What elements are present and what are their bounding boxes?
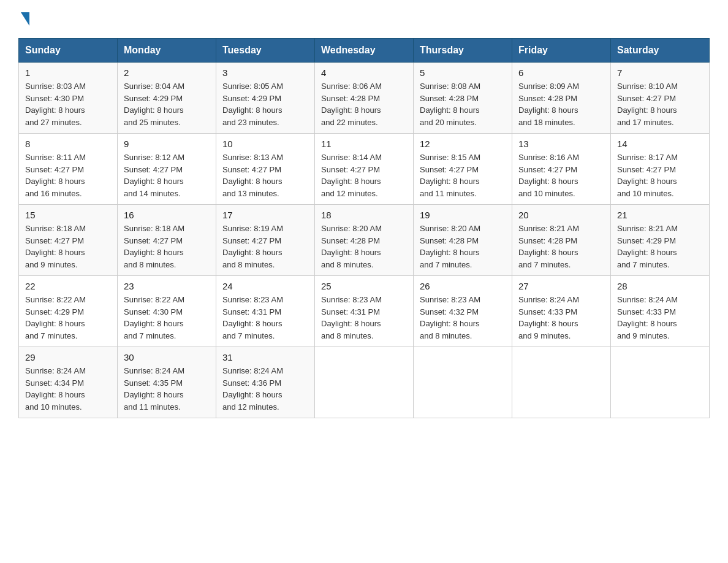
day-number: 17 (222, 210, 308, 220)
day-info: Sunrise: 8:24 AMSunset: 4:35 PMDaylight:… (124, 365, 210, 413)
calendar-cell: 19Sunrise: 8:20 AMSunset: 4:28 PMDayligh… (414, 205, 512, 276)
header-day-friday: Friday (512, 39, 611, 63)
calendar-cell: 12Sunrise: 8:15 AMSunset: 4:27 PMDayligh… (414, 134, 512, 205)
day-number: 29 (25, 352, 111, 362)
calendar-cell (315, 347, 414, 418)
header-day-wednesday: Wednesday (315, 39, 414, 63)
day-info: Sunrise: 8:05 AMSunset: 4:29 PMDaylight:… (222, 80, 308, 128)
day-number: 15 (25, 210, 111, 220)
day-number: 6 (518, 67, 604, 78)
day-info: Sunrise: 8:24 AMSunset: 4:34 PMDaylight:… (25, 365, 111, 413)
day-info: Sunrise: 8:23 AMSunset: 4:31 PMDaylight:… (222, 294, 308, 342)
calendar-cell: 9Sunrise: 8:12 AMSunset: 4:27 PMDaylight… (118, 134, 216, 205)
day-number: 18 (321, 210, 407, 220)
page-header (18, 12, 710, 27)
day-number: 31 (222, 352, 308, 362)
day-info: Sunrise: 8:03 AMSunset: 4:30 PMDaylight:… (25, 80, 111, 128)
calendar-cell: 24Sunrise: 8:23 AMSunset: 4:31 PMDayligh… (216, 276, 315, 347)
calendar-header-row: SundayMondayTuesdayWednesdayThursdayFrid… (19, 39, 710, 63)
day-info: Sunrise: 8:22 AMSunset: 4:29 PMDaylight:… (25, 294, 111, 342)
day-number: 22 (25, 281, 111, 291)
day-number: 26 (420, 281, 506, 291)
header-day-saturday: Saturday (611, 39, 710, 63)
calendar-cell: 28Sunrise: 8:24 AMSunset: 4:33 PMDayligh… (611, 276, 710, 347)
calendar-week-row: 1Sunrise: 8:03 AMSunset: 4:30 PMDaylight… (19, 63, 710, 134)
day-info: Sunrise: 8:23 AMSunset: 4:32 PMDaylight:… (420, 294, 506, 342)
calendar-cell: 3Sunrise: 8:05 AMSunset: 4:29 PMDaylight… (216, 63, 315, 134)
day-number: 10 (222, 139, 308, 149)
day-info: Sunrise: 8:14 AMSunset: 4:27 PMDaylight:… (321, 151, 407, 199)
calendar-cell: 29Sunrise: 8:24 AMSunset: 4:34 PMDayligh… (19, 347, 118, 418)
calendar-cell: 20Sunrise: 8:21 AMSunset: 4:28 PMDayligh… (512, 205, 611, 276)
calendar-cell: 25Sunrise: 8:23 AMSunset: 4:31 PMDayligh… (315, 276, 414, 347)
logo-triangle-icon (21, 12, 29, 26)
day-number: 27 (518, 281, 604, 291)
calendar-cell: 8Sunrise: 8:11 AMSunset: 4:27 PMDaylight… (19, 134, 118, 205)
day-info: Sunrise: 8:09 AMSunset: 4:28 PMDaylight:… (518, 80, 604, 128)
calendar-cell: 17Sunrise: 8:19 AMSunset: 4:27 PMDayligh… (216, 205, 315, 276)
calendar-cell: 16Sunrise: 8:18 AMSunset: 4:27 PMDayligh… (118, 205, 216, 276)
day-number: 14 (617, 139, 703, 149)
day-info: Sunrise: 8:21 AMSunset: 4:28 PMDaylight:… (518, 223, 604, 270)
header-day-thursday: Thursday (414, 39, 512, 63)
header-day-tuesday: Tuesday (216, 39, 315, 63)
day-info: Sunrise: 8:22 AMSunset: 4:30 PMDaylight:… (124, 294, 210, 342)
calendar-cell: 2Sunrise: 8:04 AMSunset: 4:29 PMDaylight… (118, 63, 216, 134)
day-number: 4 (321, 67, 407, 78)
day-info: Sunrise: 8:19 AMSunset: 4:27 PMDaylight:… (222, 223, 308, 270)
day-info: Sunrise: 8:24 AMSunset: 4:36 PMDaylight:… (222, 365, 308, 413)
calendar-cell: 1Sunrise: 8:03 AMSunset: 4:30 PMDaylight… (19, 63, 118, 134)
calendar-week-row: 15Sunrise: 8:18 AMSunset: 4:27 PMDayligh… (19, 205, 710, 276)
day-info: Sunrise: 8:17 AMSunset: 4:27 PMDaylight:… (617, 151, 703, 199)
day-number: 9 (124, 139, 210, 149)
day-info: Sunrise: 8:15 AMSunset: 4:27 PMDaylight:… (420, 151, 506, 199)
header-day-monday: Monday (118, 39, 216, 63)
calendar-week-row: 29Sunrise: 8:24 AMSunset: 4:34 PMDayligh… (19, 347, 710, 418)
day-number: 16 (124, 210, 210, 220)
day-number: 12 (420, 139, 506, 149)
calendar-week-row: 8Sunrise: 8:11 AMSunset: 4:27 PMDaylight… (19, 134, 710, 205)
calendar-cell: 13Sunrise: 8:16 AMSunset: 4:27 PMDayligh… (512, 134, 611, 205)
day-number: 5 (420, 67, 506, 78)
day-number: 3 (222, 67, 308, 78)
day-number: 20 (518, 210, 604, 220)
day-number: 11 (321, 139, 407, 149)
header-day-sunday: Sunday (19, 39, 118, 63)
calendar-cell: 6Sunrise: 8:09 AMSunset: 4:28 PMDaylight… (512, 63, 611, 134)
day-number: 24 (222, 281, 308, 291)
day-info: Sunrise: 8:11 AMSunset: 4:27 PMDaylight:… (25, 151, 111, 199)
day-number: 8 (25, 139, 111, 149)
day-number: 19 (420, 210, 506, 220)
calendar-cell: 23Sunrise: 8:22 AMSunset: 4:30 PMDayligh… (118, 276, 216, 347)
calendar-cell (414, 347, 512, 418)
day-info: Sunrise: 8:18 AMSunset: 4:27 PMDaylight:… (25, 223, 111, 270)
day-info: Sunrise: 8:18 AMSunset: 4:27 PMDaylight:… (124, 223, 210, 270)
calendar-cell: 27Sunrise: 8:24 AMSunset: 4:33 PMDayligh… (512, 276, 611, 347)
calendar-table: SundayMondayTuesdayWednesdayThursdayFrid… (18, 38, 710, 418)
calendar-cell: 18Sunrise: 8:20 AMSunset: 4:28 PMDayligh… (315, 205, 414, 276)
day-info: Sunrise: 8:24 AMSunset: 4:33 PMDaylight:… (518, 294, 604, 342)
calendar-cell (611, 347, 710, 418)
day-info: Sunrise: 8:23 AMSunset: 4:31 PMDaylight:… (321, 294, 407, 342)
day-number: 25 (321, 281, 407, 291)
calendar-cell: 15Sunrise: 8:18 AMSunset: 4:27 PMDayligh… (19, 205, 118, 276)
day-number: 13 (518, 139, 604, 149)
calendar-cell: 21Sunrise: 8:21 AMSunset: 4:29 PMDayligh… (611, 205, 710, 276)
day-number: 23 (124, 281, 210, 291)
calendar-cell: 10Sunrise: 8:13 AMSunset: 4:27 PMDayligh… (216, 134, 315, 205)
calendar-cell: 31Sunrise: 8:24 AMSunset: 4:36 PMDayligh… (216, 347, 315, 418)
day-info: Sunrise: 8:08 AMSunset: 4:28 PMDaylight:… (420, 80, 506, 128)
day-info: Sunrise: 8:12 AMSunset: 4:27 PMDaylight:… (124, 151, 210, 199)
day-info: Sunrise: 8:06 AMSunset: 4:28 PMDaylight:… (321, 80, 407, 128)
calendar-cell: 7Sunrise: 8:10 AMSunset: 4:27 PMDaylight… (611, 63, 710, 134)
day-number: 21 (617, 210, 703, 220)
day-info: Sunrise: 8:10 AMSunset: 4:27 PMDaylight:… (617, 80, 703, 128)
day-number: 2 (124, 67, 210, 78)
calendar-cell: 30Sunrise: 8:24 AMSunset: 4:35 PMDayligh… (118, 347, 216, 418)
calendar-cell: 22Sunrise: 8:22 AMSunset: 4:29 PMDayligh… (19, 276, 118, 347)
day-info: Sunrise: 8:20 AMSunset: 4:28 PMDaylight:… (420, 223, 506, 270)
day-number: 28 (617, 281, 703, 291)
calendar-cell: 11Sunrise: 8:14 AMSunset: 4:27 PMDayligh… (315, 134, 414, 205)
day-info: Sunrise: 8:21 AMSunset: 4:29 PMDaylight:… (617, 223, 703, 270)
day-info: Sunrise: 8:24 AMSunset: 4:33 PMDaylight:… (617, 294, 703, 342)
